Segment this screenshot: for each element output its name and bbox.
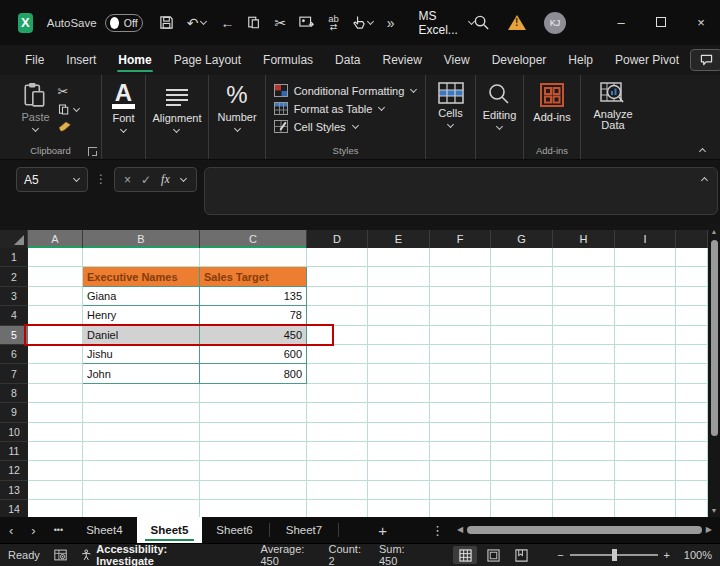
select-all-button[interactable] (0, 230, 28, 248)
cell-I4[interactable] (615, 306, 676, 325)
cell-A2[interactable] (28, 267, 83, 286)
cell-C10[interactable] (200, 423, 307, 442)
tab-file[interactable]: File (14, 47, 55, 73)
cell-C3[interactable]: 135 (200, 287, 307, 306)
cell-H13[interactable] (553, 481, 615, 500)
row-header-7[interactable]: 7 (0, 364, 28, 383)
cell-A9[interactable] (28, 403, 83, 422)
cut-button[interactable]: ✂ (58, 84, 69, 99)
tab-power-pivot[interactable]: Power Pivot (604, 47, 690, 73)
cell-partial-1[interactable] (676, 248, 708, 267)
column-header-D[interactable]: D (307, 230, 368, 248)
macro-record-icon[interactable] (54, 548, 67, 562)
sheet-tab-sheet4[interactable]: Sheet4 (72, 517, 136, 543)
paste-button[interactable]: Paste (21, 82, 49, 133)
row-header-4[interactable]: 4 (0, 306, 28, 325)
status-count[interactable]: Count: 2 (329, 543, 361, 566)
cell-B11[interactable] (83, 442, 200, 461)
cell-D6[interactable] (307, 345, 368, 364)
cell-D2[interactable] (307, 267, 368, 286)
scroll-right-icon[interactable]: ▶ (706, 525, 712, 534)
cell-B12[interactable] (83, 461, 200, 480)
cell-H14[interactable] (553, 500, 615, 517)
row-header-3[interactable]: 3 (0, 287, 28, 306)
conditional-formatting-button[interactable]: Conditional Formatting (274, 84, 418, 97)
tab-help[interactable]: Help (557, 47, 604, 73)
cell-A3[interactable] (28, 287, 83, 306)
warning-icon[interactable] (508, 15, 526, 30)
cell-H10[interactable] (553, 423, 615, 442)
cell-C12[interactable] (200, 461, 307, 480)
cell-E5[interactable] (368, 326, 430, 345)
cell-partial-12[interactable] (676, 461, 708, 480)
column-header-G[interactable]: G (491, 230, 553, 248)
cell-F14[interactable] (430, 500, 491, 517)
column-header-I[interactable]: I (615, 230, 676, 248)
cell-I6[interactable] (615, 345, 676, 364)
tab-options-button[interactable]: ⋮ (422, 517, 453, 543)
cell-E12[interactable] (368, 461, 430, 480)
cell-D10[interactable] (307, 423, 368, 442)
cell-E2[interactable] (368, 267, 430, 286)
new-sheet-button[interactable]: + (369, 517, 396, 543)
cell-H7[interactable] (553, 364, 615, 383)
tab-page-layout[interactable]: Page Layout (163, 47, 252, 73)
cell-B6[interactable]: Jishu (83, 345, 200, 364)
clipboard-dialog-launcher-icon[interactable] (88, 147, 97, 156)
cell-G6[interactable] (491, 345, 553, 364)
find-replace-button[interactable]: ab⇄ (328, 15, 339, 31)
format-as-table-button[interactable]: Format as Table (274, 102, 418, 115)
cell-H6[interactable] (553, 345, 615, 364)
cell-I11[interactable] (615, 442, 676, 461)
undo-button[interactable]: ↶ (187, 15, 208, 31)
copy-button[interactable] (58, 103, 80, 116)
enter-button[interactable]: ✓ (141, 173, 151, 187)
number-menu-button[interactable]: % Number (217, 82, 256, 133)
cell-D13[interactable] (307, 481, 368, 500)
column-header-E[interactable]: E (368, 230, 430, 248)
analyze-data-button[interactable]: AnalyzeData (593, 82, 632, 131)
cell-partial-2[interactable] (676, 267, 708, 286)
scroll-up-icon[interactable]: ▲ (711, 224, 718, 238)
sheet-tab-sheet5[interactable]: Sheet5 (137, 517, 203, 543)
cell-H1[interactable] (553, 248, 615, 267)
cell-B13[interactable] (83, 481, 200, 500)
autosave-toggle[interactable]: Off (105, 14, 143, 32)
zoom-out-button[interactable]: − (557, 549, 563, 561)
cell-partial-6[interactable] (676, 345, 708, 364)
cell-G1[interactable] (491, 248, 553, 267)
cell-C7[interactable]: 800 (200, 364, 307, 383)
cell-partial-10[interactable] (676, 423, 708, 442)
formula-bar-input[interactable] (204, 167, 718, 215)
tab-view[interactable]: View (433, 47, 481, 73)
cell-E11[interactable] (368, 442, 430, 461)
cell-A13[interactable] (28, 481, 83, 500)
collapse-ribbon-icon[interactable] (699, 146, 706, 153)
cell-H9[interactable] (553, 403, 615, 422)
zoom-level[interactable]: 100% (676, 549, 712, 561)
column-header-H[interactable]: H (553, 230, 615, 248)
cell-E7[interactable] (368, 364, 430, 383)
excel-logo-icon[interactable]: X (18, 13, 33, 33)
accessibility-status[interactable]: Accessibility: Investigate (81, 543, 203, 566)
cell-F8[interactable] (430, 384, 491, 403)
cell-C5[interactable]: 450 (200, 326, 307, 345)
cell-A6[interactable] (28, 345, 83, 364)
scroll-left-icon[interactable]: ◀ (457, 525, 463, 534)
cell-H11[interactable] (553, 442, 615, 461)
cell-D5[interactable] (307, 326, 368, 345)
cell-D12[interactable] (307, 461, 368, 480)
cell-C1[interactable] (200, 248, 307, 267)
row-header-11[interactable]: 11 (0, 442, 28, 461)
status-average[interactable]: Average: 450 (261, 543, 311, 566)
cell-I2[interactable] (615, 267, 676, 286)
cell-G2[interactable] (491, 267, 553, 286)
cell-H3[interactable] (553, 287, 615, 306)
cut-button[interactable]: ✂ (274, 15, 286, 31)
row-header-13[interactable]: 13 (0, 481, 28, 500)
cell-C9[interactable] (200, 403, 307, 422)
cell-G11[interactable] (491, 442, 553, 461)
tab-developer[interactable]: Developer (481, 47, 558, 73)
cell-G10[interactable] (491, 423, 553, 442)
next-sheet-button[interactable]: › (22, 517, 44, 543)
